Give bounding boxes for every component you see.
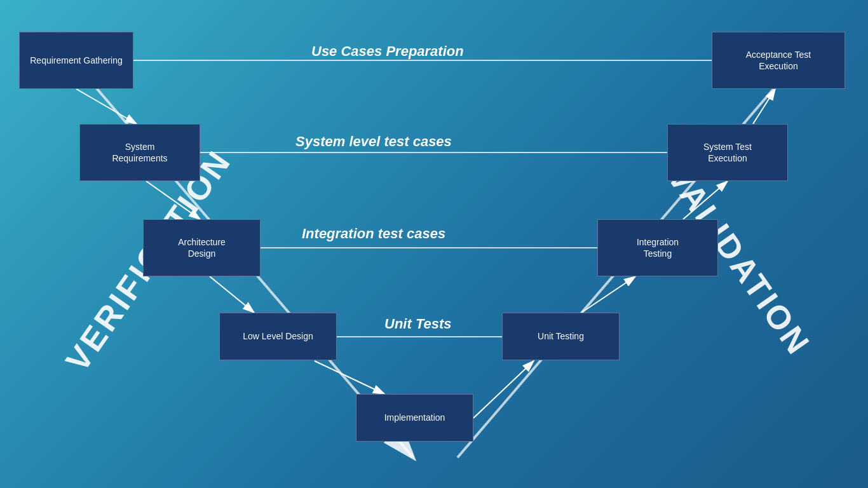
conn-unit-integ	[581, 276, 635, 313]
box-low-level-design: Low Level Design	[219, 313, 337, 360]
box-system-test-execution: System TestExecution	[667, 124, 788, 181]
box-integration-testing: IntegrationTesting	[597, 219, 718, 276]
box-architecture-design: ArchitectureDesign	[143, 219, 261, 276]
box-system-requirements: SystemRequirements	[79, 124, 200, 181]
conn-lld-impl	[315, 361, 384, 394]
box-requirement-gathering: Requirement Gathering	[19, 32, 133, 89]
label-unit-tests: Unit Tests	[384, 316, 452, 332]
diagram-container: VERIFICATION VALIDATION Requirement Gath…	[0, 0, 868, 488]
conn-impl-unit	[473, 361, 534, 418]
conn-req-sysreq	[76, 89, 137, 124]
conn-arch-lld	[210, 276, 254, 313]
conn-sysexec-acctest	[753, 89, 775, 124]
label-integration-test-cases: Integration test cases	[302, 226, 445, 242]
label-system-level-test-cases: System level test cases	[295, 133, 452, 150]
box-unit-testing: Unit Testing	[502, 313, 620, 360]
box-acceptance-test-execution: Acceptance TestExecution	[712, 32, 845, 89]
box-implementation: Implementation	[356, 394, 473, 442]
label-use-cases-preparation: Use Cases Preparation	[311, 43, 464, 60]
